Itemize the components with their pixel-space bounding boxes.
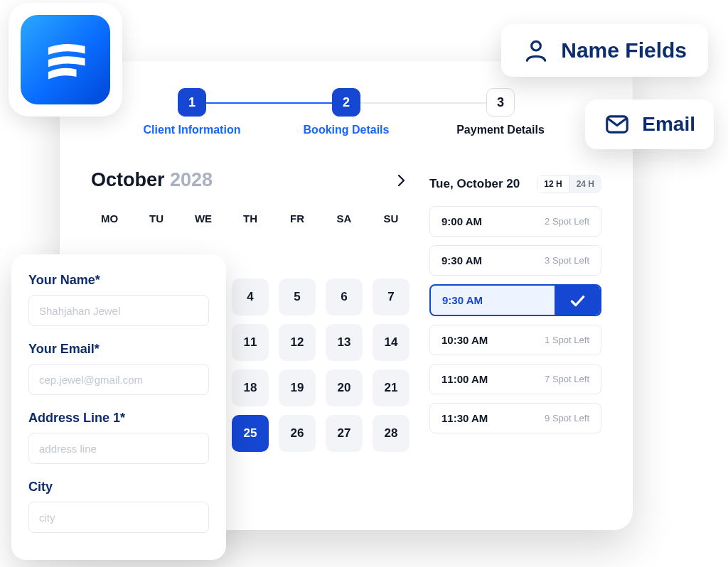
calendar-date[interactable]: 25: [232, 415, 269, 452]
calendar-date[interactable]: 19: [279, 369, 316, 406]
time-format-24h[interactable]: 24 H: [569, 175, 601, 193]
timeslot-time: 10:30 AM: [441, 334, 488, 346]
form-field-label: Address Line 1*: [28, 411, 209, 426]
form-field-input[interactable]: [28, 364, 209, 395]
timeslot-list: 9:00 AM2 Spot Left9:30 AM3 Spot Left9:30…: [429, 206, 601, 433]
step-client-information[interactable]: 1 Client Information: [135, 88, 249, 136]
calendar-weekday: TH: [232, 212, 269, 225]
calendar-weekday: SU: [373, 212, 410, 225]
form-field-input[interactable]: [28, 502, 209, 533]
calendar-weekday: SA: [326, 212, 363, 225]
check-icon: [568, 291, 587, 310]
calendar-date[interactable]: 20: [326, 369, 363, 406]
app-logo: [21, 15, 110, 104]
step-number: 3: [486, 88, 515, 117]
form-field-label: Your Name*: [28, 273, 209, 288]
timeslot-selected-check: [555, 286, 600, 315]
form-field-input[interactable]: [28, 295, 209, 326]
calendar-date[interactable]: 14: [373, 324, 410, 361]
calendar-date[interactable]: 4: [232, 279, 269, 315]
chevron-right-icon[interactable]: [392, 172, 410, 189]
form-field: Your Name*: [28, 273, 209, 326]
timeslot[interactable]: 11:30 AM9 Spot Left: [429, 403, 601, 433]
timeslot-time: 9:30 AM: [431, 286, 494, 315]
calendar-blank: [232, 233, 269, 270]
timeslot-time: 11:00 AM: [441, 373, 488, 385]
calendar-title: October 2028: [91, 169, 213, 191]
calendar-date[interactable]: 5: [279, 279, 316, 315]
field-token-email[interactable]: Email: [585, 99, 714, 149]
calendar-date[interactable]: 12: [279, 324, 316, 361]
person-icon: [523, 37, 550, 64]
timeslot-spots: 7 Spot Left: [545, 374, 589, 384]
fluent-forms-icon: [35, 29, 96, 90]
timeslot-spots: 1 Spot Left: [545, 335, 589, 345]
calendar-weekday: FR: [279, 212, 316, 225]
timeslot[interactable]: 11:00 AM7 Spot Left: [429, 364, 601, 394]
svg-point-0: [532, 41, 541, 50]
form-field-input[interactable]: [28, 433, 209, 464]
timeslot[interactable]: 9:30 AM3 Spot Left: [429, 245, 601, 276]
timeslot-panel: Tue, October 20 12 H 24 H 9:00 AM2 Spot …: [429, 169, 601, 452]
calendar-date[interactable]: 6: [326, 279, 363, 315]
timeslot-time: 9:00 AM: [441, 215, 482, 227]
step-number: 1: [178, 88, 206, 117]
client-form-card: Your Name*Your Email*Address Line 1*City: [11, 254, 226, 560]
calendar-weekday-row: MOTUWETHFRSASU: [91, 212, 410, 225]
calendar-date[interactable]: 11: [232, 324, 269, 361]
step-label: Payment Details: [456, 124, 545, 136]
calendar-date[interactable]: 7: [373, 279, 410, 315]
calendar-date[interactable]: 18: [232, 369, 269, 406]
calendar-weekday: TU: [138, 212, 175, 225]
form-field: Your Email*: [28, 342, 209, 395]
step-label: Client Information: [144, 124, 241, 136]
step-payment-details[interactable]: 3 Payment Details: [444, 88, 557, 136]
timeslot-time: 11:30 AM: [441, 412, 488, 424]
timeslot-spots: 9 Spot Left: [545, 413, 589, 423]
step-label: Booking Details: [304, 124, 390, 136]
app-logo-chip: [9, 3, 122, 117]
mail-icon: [604, 111, 631, 138]
timeslot-spots: 3 Spot Left: [545, 255, 589, 266]
field-token-label: Email: [642, 113, 695, 136]
calendar-date[interactable]: 28: [373, 415, 410, 452]
calendar-blank: [373, 233, 410, 270]
calendar-date[interactable]: 26: [279, 415, 316, 452]
form-field-label: Your Email*: [28, 342, 209, 357]
time-format-toggle[interactable]: 12 H 24 H: [537, 175, 601, 193]
calendar-date[interactable]: 13: [326, 324, 363, 361]
calendar-weekday: MO: [91, 212, 128, 225]
timeslot[interactable]: 9:30 AM: [429, 284, 601, 316]
form-field: City: [28, 480, 209, 533]
form-field: Address Line 1*: [28, 411, 209, 464]
selected-date-label: Tue, October 20: [429, 177, 520, 191]
stepper: 1 Client Information 2 Booking Details 3…: [135, 88, 557, 136]
field-token-label: Name Fields: [561, 38, 687, 63]
timeslot-spots: 2 Spot Left: [545, 216, 589, 227]
calendar-weekday: WE: [185, 212, 222, 225]
calendar-blank: [326, 233, 363, 270]
calendar-date[interactable]: 21: [373, 369, 410, 406]
timeslot-time: 9:30 AM: [441, 254, 482, 266]
timeslot[interactable]: 10:30 AM1 Spot Left: [429, 325, 601, 355]
time-format-12h[interactable]: 12 H: [537, 175, 569, 193]
step-booking-details[interactable]: 2 Booking Details: [289, 88, 403, 136]
form-field-label: City: [28, 480, 209, 495]
calendar-date[interactable]: 27: [326, 415, 363, 452]
step-number: 2: [332, 88, 360, 117]
field-token-name[interactable]: Name Fields: [501, 24, 708, 77]
calendar-blank: [279, 233, 316, 270]
timeslot[interactable]: 9:00 AM2 Spot Left: [429, 206, 601, 237]
